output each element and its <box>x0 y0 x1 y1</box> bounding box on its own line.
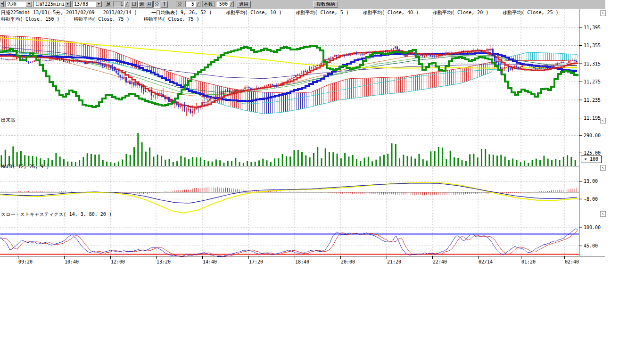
chart-header-row2: 移動平均( Close, 150 )移動平均( Close, 75 )移動平均(… <box>1 16 214 23</box>
svg-text:11,275: 11,275 <box>584 79 601 84</box>
pane-resize-button-macd[interactable]: ↖ <box>600 165 606 171</box>
period-day-button[interactable]: 日 <box>131 1 138 8</box>
bar-count-label: 本数 <box>202 1 215 7</box>
pane-resize-button-price[interactable]: ↖ <box>600 10 606 16</box>
svg-text:17:20: 17:20 <box>249 259 263 264</box>
pane-resize-button-volume[interactable]: ↖ <box>600 118 606 123</box>
svg-text:45.00: 45.00 <box>584 243 598 248</box>
volume-bars-layer <box>0 133 579 166</box>
bar-type-label: 足 <box>105 1 112 7</box>
stochastics-pane-label: スロー・ストキャスティクス( 14, 3, 80, 20 ) <box>1 211 112 218</box>
svg-text:-8.00: -8.00 <box>584 197 598 202</box>
period-week-button[interactable]: 週 <box>138 1 145 8</box>
bar-interval-value[interactable]: 1 <box>113 1 124 7</box>
svg-text:125.00: 125.00 <box>584 150 601 156</box>
svg-text:100.00: 100.00 <box>584 225 601 230</box>
chevron-down-icon[interactable]: ▼ <box>96 1 102 7</box>
contract-month-value: 13/03 <box>73 1 96 7</box>
spinner-icon[interactable]: ╱ <box>229 1 234 7</box>
indicator-legend-item: 移動平均( Close, 75 ) <box>74 16 129 22</box>
symbol-combo-value: 日経225mini <box>34 1 65 8</box>
svg-text:01:20: 01:20 <box>521 259 536 264</box>
chart-canvas[interactable]: 11,39511,35511,31511,27511,23511,195290.… <box>0 8 644 268</box>
pane-resize-button-stoch[interactable]: ↖ <box>600 211 606 217</box>
toolbar: ▼ 先物 ▼ 日経225mini ▼ 13/03 ▼ 足 1 ╱ 日 週 月 分… <box>0 0 605 8</box>
resize-arrow-icon: ↖ <box>602 118 604 123</box>
indicator-legend-item: 移動平均( Close, 5 ) <box>296 10 348 15</box>
svg-text:02/14: 02/14 <box>479 259 493 264</box>
indicator-legend-item: 一目均衡表( 9, 26, 52 ) <box>151 10 212 15</box>
minute-value[interactable]: 5 <box>185 1 196 7</box>
chevron-down-icon[interactable]: ▼ <box>26 1 32 7</box>
minute-stepper[interactable]: 5 ╱ <box>185 1 200 7</box>
indicator-legend-item: 移動平均( Close, 25 ) <box>503 10 558 15</box>
left-partial-combo[interactable]: ▼ <box>0 1 4 7</box>
svg-text:20:00: 20:00 <box>341 259 355 264</box>
stochastics-layer <box>0 229 579 257</box>
svg-text:11,195: 11,195 <box>584 115 601 121</box>
multi-symbol-button[interactable]: 複数銘柄 <box>314 1 338 8</box>
indicator-legend-item: 移動平均( Close, 40 ) <box>363 10 419 15</box>
svg-text:11,235: 11,235 <box>584 98 601 103</box>
svg-text:14:40: 14:40 <box>203 259 217 264</box>
macd-pane-label: MACD( 12, 26, 9 ) <box>1 164 49 169</box>
svg-text:290.00: 290.00 <box>584 133 601 138</box>
svg-text:11,315: 11,315 <box>584 61 601 66</box>
macd-layer <box>0 183 579 213</box>
indicator-legend-item: 日経225mini 13/03( 5分, 2013/02/09 - 2013/0… <box>1 10 137 15</box>
bar-count-value[interactable]: 500 <box>216 1 229 7</box>
contract-month-combo[interactable]: 13/03 ▼ <box>72 1 102 7</box>
volume-multiplier-badge: × 100 <box>581 156 602 163</box>
volume-pane-label: 出来高 <box>1 117 15 123</box>
svg-text:02:40: 02:40 <box>565 259 579 264</box>
chevron-down-icon[interactable]: ▼ <box>65 1 71 7</box>
svg-text:21:20: 21:20 <box>387 259 401 264</box>
svg-text:11,355: 11,355 <box>584 43 601 48</box>
indicator-legend-item: 移動平均( Close, 10 ) <box>226 10 281 15</box>
minute-label: 分 <box>176 1 183 7</box>
svg-text:10:40: 10:40 <box>65 259 79 264</box>
resize-arrow-icon: ↖ <box>602 11 604 15</box>
chevron-down-icon[interactable]: ▼ <box>0 1 4 7</box>
svg-text:12:00: 12:00 <box>111 259 125 264</box>
svg-text:18:40: 18:40 <box>295 259 309 264</box>
period-tick-button[interactable]: T <box>161 1 168 8</box>
spinner-icon[interactable]: ╱ <box>196 1 200 7</box>
indicator-legend-item: 移動平均( Close, 75 ) <box>144 16 199 22</box>
svg-text:22:40: 22:40 <box>433 259 447 264</box>
period-minute-button[interactable]: 分 <box>153 1 160 8</box>
market-combo[interactable]: 先物 ▼ <box>5 1 33 7</box>
indicator-legend-item: 移動平均( Close, 150 ) <box>1 16 59 22</box>
resize-arrow-icon: ↖ <box>602 165 604 170</box>
symbol-combo[interactable]: 日経225mini ▼ <box>33 1 71 7</box>
bar-interval-stepper[interactable]: 1 ╱ <box>113 1 129 7</box>
resize-arrow-icon: ↖ <box>602 212 604 216</box>
indicator-legend-item: 移動平均( Close, 20 ) <box>433 10 488 15</box>
bar-count-stepper[interactable]: 500 ╱ <box>216 1 234 7</box>
market-combo-value: 先物 <box>6 1 26 8</box>
apply-button[interactable]: 適用 <box>237 1 251 8</box>
svg-text:11,395: 11,395 <box>584 25 601 30</box>
chart-header-row1: 日経225mini 13/03( 5分, 2013/02/09 - 2013/0… <box>1 9 573 16</box>
trading-app-window: ▼ 先物 ▼ 日経225mini ▼ 13/03 ▼ 足 1 ╱ 日 週 月 分… <box>0 0 644 362</box>
svg-text:13.00: 13.00 <box>584 179 598 184</box>
svg-text:09:20: 09:20 <box>18 259 33 264</box>
svg-text:13:20: 13:20 <box>157 259 171 264</box>
period-month-button[interactable]: 月 <box>146 1 153 8</box>
spinner-icon[interactable]: ╱ <box>124 1 129 7</box>
